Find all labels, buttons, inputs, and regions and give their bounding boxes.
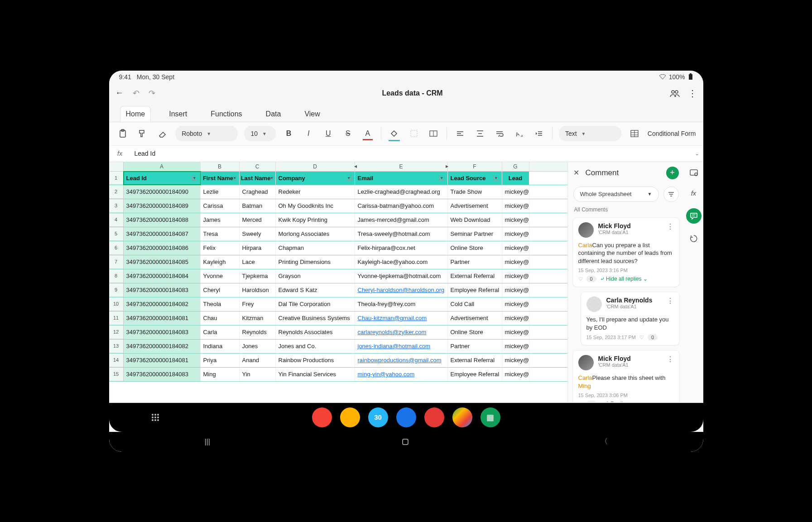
header-cell-last-name[interactable]: Last Name▾ [240, 172, 276, 185]
header-cell-lead-owner[interactable]: Lead [502, 172, 529, 185]
tab-home[interactable]: Home [120, 106, 151, 122]
cell-company[interactable]: Oh My Goodknits Inc [276, 199, 355, 213]
align-vertical-button[interactable] [473, 127, 487, 140]
cell-lead-owner[interactable]: mickey@z [502, 241, 529, 255]
cell-lead-source[interactable]: Seminar Partner [448, 227, 502, 241]
font-size-dropdown[interactable]: 10▼ [244, 126, 275, 141]
table-row[interactable]: 143497362000000184081PriyaAnandRainbow P… [109, 354, 567, 368]
col-header-b[interactable]: B [201, 162, 240, 171]
row-header[interactable]: 5 [109, 227, 124, 241]
cell-lead-id[interactable]: 3497362000000184082 [124, 297, 201, 311]
row-header[interactable]: 15 [109, 368, 124, 381]
cell-lead-id[interactable]: 3497362000000184085 [124, 255, 201, 269]
cell-first-name[interactable]: Cheryl [201, 283, 240, 297]
cell-first-name[interactable]: Tresa [201, 227, 240, 241]
cell-last-name[interactable]: Tjepkema [240, 269, 276, 283]
cell-company[interactable]: Grayson [276, 269, 355, 283]
cell-last-name[interactable]: Frey [240, 297, 276, 311]
filter-icon[interactable]: ▾ [233, 175, 236, 181]
cell-company[interactable]: Rainbow Productions [276, 354, 355, 367]
cell-lead-id[interactable]: 3497362000000184083 [124, 368, 201, 381]
cell-lead-owner[interactable]: mickey@z [502, 185, 529, 199]
cell-first-name[interactable]: Chau [201, 311, 240, 325]
cell-company[interactable]: Kwik Kopy Printing [276, 213, 355, 227]
row-header[interactable]: 12 [109, 326, 124, 339]
row-header[interactable]: 2 [109, 185, 124, 199]
cell-company[interactable]: Chapman [276, 241, 355, 255]
cell-email[interactable]: Tresa-sweely@hotmail.com [355, 227, 448, 241]
dock-app-record[interactable] [424, 407, 444, 427]
cell-lead-source[interactable]: Advertisement [448, 311, 502, 325]
merge-cells-button[interactable] [427, 127, 441, 140]
format-painter-icon[interactable] [136, 127, 149, 140]
collaborators-icon[interactable] [670, 89, 680, 97]
comment-menu-icon[interactable]: ⋮ [667, 297, 674, 305]
filter-icon[interactable]: ▾ [270, 175, 274, 181]
cell-lead-source[interactable]: Partner [448, 255, 502, 269]
wrap-text-button[interactable] [493, 127, 506, 140]
cell-lead-id[interactable]: 3497362000000184082 [124, 340, 201, 353]
cell-company[interactable]: Creative Business Systems [276, 311, 355, 325]
redo-icon[interactable]: ↷ [149, 88, 155, 98]
cell-email[interactable]: Yvonne-tjepkema@hotmail.com [355, 269, 448, 283]
comment-card[interactable]: Carla Reynolds'CRM data'A1⋮Yes, I'll pre… [581, 292, 680, 345]
cell-lead-owner[interactable]: mickey@z [502, 354, 529, 367]
cell-last-name[interactable]: Jones [240, 340, 276, 353]
explore-icon[interactable] [688, 167, 700, 178]
row-header[interactable]: 3 [109, 199, 124, 213]
add-comment-button[interactable]: + [666, 167, 679, 179]
table-row[interactable]: 93497362000000184083CherylHaroldsonEdwar… [109, 283, 567, 297]
cell-first-name[interactable]: Priya [201, 354, 240, 367]
cell-company[interactable]: Yin Financial Services [276, 368, 355, 381]
cell-lead-source[interactable]: External Referral [448, 269, 502, 283]
cell-last-name[interactable]: Haroldson [240, 283, 276, 297]
table-row[interactable]: 83497362000000184084YvonneTjepkemaGrayso… [109, 269, 567, 283]
cell-last-name[interactable]: Yin [240, 368, 276, 381]
text-color-button[interactable]: A [361, 127, 375, 140]
cell-lead-source[interactable]: Online Store [448, 326, 502, 339]
comments-icon[interactable] [686, 208, 701, 224]
comment-menu-icon[interactable]: ⋮ [667, 355, 674, 364]
tab-view[interactable]: View [299, 106, 325, 122]
cell-email[interactable]: Chau-kitzman@gmail.com [355, 311, 448, 325]
cell-first-name[interactable]: Ming [201, 368, 240, 381]
row-header[interactable]: 1 [109, 172, 124, 185]
paste-icon[interactable] [116, 127, 130, 140]
row-header[interactable]: 6 [109, 241, 124, 255]
header-cell-lead-id[interactable]: Lead Id▾ [124, 172, 201, 185]
cell-last-name[interactable]: Sweely [240, 227, 276, 241]
filter-icon[interactable]: ▾ [192, 175, 197, 181]
row-header[interactable]: 11 [109, 311, 124, 325]
row-header[interactable]: 4 [109, 213, 124, 227]
cell-lead-source[interactable]: Online Store [448, 241, 502, 255]
recents-button[interactable]: ||| [204, 438, 210, 446]
cell-lead-id[interactable]: 3497362000000184090 [124, 185, 201, 199]
cell-email[interactable]: Felix-hirpara@cox.net [355, 241, 448, 255]
cell-lead-id[interactable]: 3497362000000184088 [124, 213, 201, 227]
function-icon[interactable]: fx [688, 187, 700, 199]
cell-company[interactable]: Dal Tile Corporation [276, 297, 355, 311]
cell-lead-source[interactable]: Cold Call [448, 297, 502, 311]
col-header-a[interactable]: A [124, 162, 201, 171]
row-header[interactable]: 14 [109, 354, 124, 367]
filter-icon[interactable]: ▾ [346, 175, 352, 181]
cell-lead-owner[interactable]: mickey@z [502, 326, 529, 339]
row-header[interactable]: 9 [109, 283, 124, 297]
cell-first-name[interactable]: Carissa [201, 199, 240, 213]
cell-lead-owner[interactable]: mickey@z [502, 297, 529, 311]
cell-last-name[interactable]: Anand [240, 354, 276, 367]
conditional-format-label[interactable]: Conditional Form [648, 130, 696, 137]
expand-formula-icon[interactable]: ⌄ [691, 150, 703, 157]
cell-email[interactable]: Carissa-batman@yahoo.com [355, 199, 448, 213]
cell-lead-id[interactable]: 3497362000000184086 [124, 241, 201, 255]
cell-lead-source[interactable]: Web Download [448, 213, 502, 227]
cell-lead-owner[interactable]: mickey@z [502, 213, 529, 227]
col-header-g[interactable]: G [502, 162, 529, 171]
cell-lead-owner[interactable]: mickey@z [502, 227, 529, 241]
number-format-dropdown[interactable]: Text▼ [559, 126, 621, 141]
cell-lead-owner[interactable]: mickey@z [502, 269, 529, 283]
row-header[interactable]: 7 [109, 255, 124, 269]
cell-first-name[interactable]: Kayleigh [201, 255, 240, 269]
tab-data[interactable]: Data [260, 106, 287, 122]
cell-lead-id[interactable]: 3497362000000184081 [124, 354, 201, 367]
